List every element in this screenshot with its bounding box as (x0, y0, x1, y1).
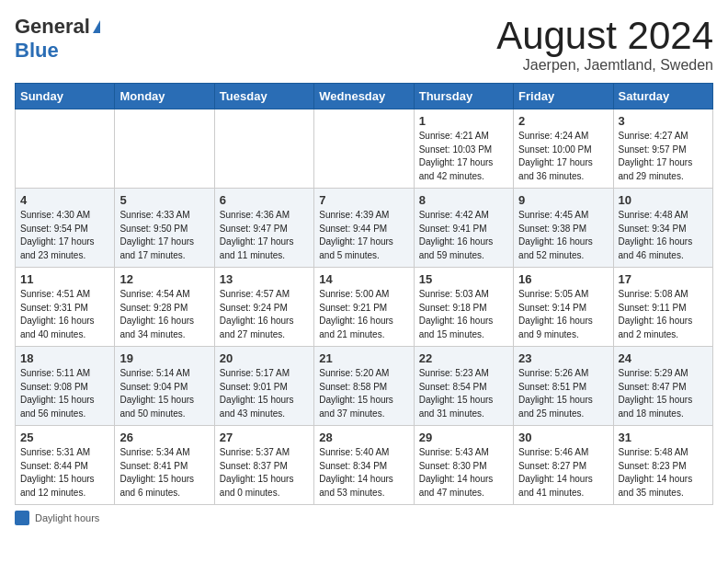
calendar-header-wednesday: Wednesday (314, 84, 414, 109)
day-info: Sunrise: 5:17 AM Sunset: 9:01 PM Dayligh… (220, 367, 309, 420)
calendar-cell (214, 109, 313, 189)
day-info: Sunrise: 5:37 AM Sunset: 8:37 PM Dayligh… (220, 446, 309, 500)
calendar-cell: 27Sunrise: 5:37 AM Sunset: 8:37 PM Dayli… (214, 426, 313, 505)
calendar-cell: 4Sunrise: 4:30 AM Sunset: 9:54 PM Daylig… (16, 189, 115, 268)
calendar-cell: 19Sunrise: 5:14 AM Sunset: 9:04 PM Dayli… (115, 347, 214, 426)
calendar-header-saturday: Saturday (613, 84, 712, 109)
day-number: 16 (518, 272, 608, 286)
day-info: Sunrise: 4:24 AM Sunset: 10:00 PM Daylig… (518, 130, 608, 183)
calendar-cell: 20Sunrise: 5:17 AM Sunset: 9:01 PM Dayli… (214, 347, 313, 426)
day-info: Sunrise: 5:46 AM Sunset: 8:27 PM Dayligh… (518, 446, 608, 500)
day-number: 6 (220, 193, 309, 207)
day-info: Sunrise: 5:00 AM Sunset: 9:21 PM Dayligh… (319, 288, 408, 341)
day-info: Sunrise: 4:51 AM Sunset: 9:31 PM Dayligh… (20, 288, 109, 341)
calendar-header-sunday: Sunday (16, 84, 115, 109)
calendar-cell: 29Sunrise: 5:43 AM Sunset: 8:30 PM Dayli… (414, 426, 513, 505)
day-number: 3 (619, 114, 708, 128)
calendar-cell: 26Sunrise: 5:34 AM Sunset: 8:41 PM Dayli… (115, 426, 214, 505)
day-info: Sunrise: 5:31 AM Sunset: 8:44 PM Dayligh… (20, 446, 109, 500)
calendar-cell: 28Sunrise: 5:40 AM Sunset: 8:34 PM Dayli… (314, 426, 414, 505)
logo-triangle-icon (93, 20, 100, 33)
calendar-cell: 13Sunrise: 4:57 AM Sunset: 9:24 PM Dayli… (214, 268, 313, 347)
day-number: 20 (220, 351, 309, 365)
day-number: 10 (619, 193, 708, 207)
day-number: 9 (518, 193, 608, 207)
day-number: 27 (220, 431, 309, 444)
day-info: Sunrise: 5:20 AM Sunset: 8:58 PM Dayligh… (319, 367, 408, 420)
month-title: August 2024 (496, 15, 713, 57)
calendar-cell: 17Sunrise: 5:08 AM Sunset: 9:11 PM Dayli… (613, 268, 712, 347)
day-info: Sunrise: 5:08 AM Sunset: 9:11 PM Dayligh… (619, 288, 708, 341)
calendar-cell: 18Sunrise: 5:11 AM Sunset: 9:08 PM Dayli… (16, 347, 115, 426)
day-info: Sunrise: 5:40 AM Sunset: 8:34 PM Dayligh… (319, 446, 408, 500)
calendar-cell: 31Sunrise: 5:48 AM Sunset: 8:23 PM Dayli… (613, 426, 712, 505)
day-info: Sunrise: 5:26 AM Sunset: 8:51 PM Dayligh… (518, 367, 608, 420)
day-number: 25 (20, 431, 109, 444)
day-number: 19 (119, 351, 209, 365)
day-number: 28 (319, 431, 408, 444)
logo: General Blue (15, 15, 100, 63)
footer: Daylight hours (15, 511, 713, 525)
calendar-cell: 7Sunrise: 4:39 AM Sunset: 9:44 PM Daylig… (314, 189, 414, 268)
day-number: 13 (220, 272, 309, 286)
calendar-cell (314, 109, 414, 189)
location-title: Jaerpen, Jaemtland, Sweden (496, 57, 713, 74)
calendar-cell: 30Sunrise: 5:46 AM Sunset: 8:27 PM Dayli… (514, 426, 613, 505)
calendar-cell (16, 109, 115, 189)
day-info: Sunrise: 4:45 AM Sunset: 9:38 PM Dayligh… (518, 209, 608, 262)
day-info: Sunrise: 4:27 AM Sunset: 9:57 PM Dayligh… (619, 130, 708, 183)
day-info: Sunrise: 4:33 AM Sunset: 9:50 PM Dayligh… (119, 209, 209, 262)
day-info: Sunrise: 5:34 AM Sunset: 8:41 PM Dayligh… (119, 446, 209, 500)
day-number: 24 (619, 351, 708, 365)
day-info: Sunrise: 4:57 AM Sunset: 9:24 PM Dayligh… (220, 288, 309, 341)
day-info: Sunrise: 4:54 AM Sunset: 9:28 PM Dayligh… (119, 288, 209, 341)
calendar-cell: 24Sunrise: 5:29 AM Sunset: 8:47 PM Dayli… (613, 347, 712, 426)
calendar-cell: 16Sunrise: 5:05 AM Sunset: 9:14 PM Dayli… (514, 268, 613, 347)
day-info: Sunrise: 5:03 AM Sunset: 9:18 PM Dayligh… (419, 288, 508, 341)
day-number: 12 (119, 272, 209, 286)
day-info: Sunrise: 5:23 AM Sunset: 8:54 PM Dayligh… (419, 367, 508, 420)
calendar-cell: 10Sunrise: 4:48 AM Sunset: 9:34 PM Dayli… (613, 189, 712, 268)
calendar-cell: 5Sunrise: 4:33 AM Sunset: 9:50 PM Daylig… (115, 189, 214, 268)
day-info: Sunrise: 5:05 AM Sunset: 9:14 PM Dayligh… (518, 288, 608, 341)
title-area: August 2024 Jaerpen, Jaemtland, Sweden (496, 15, 713, 74)
calendar-cell: 9Sunrise: 4:45 AM Sunset: 9:38 PM Daylig… (514, 189, 613, 268)
calendar-cell: 22Sunrise: 5:23 AM Sunset: 8:54 PM Dayli… (414, 347, 513, 426)
day-number: 18 (20, 351, 109, 365)
day-number: 8 (419, 193, 508, 207)
daylight-swatch (15, 511, 29, 525)
day-number: 4 (20, 193, 109, 207)
day-number: 5 (119, 193, 209, 207)
day-number: 29 (419, 431, 508, 444)
calendar-cell: 2Sunrise: 4:24 AM Sunset: 10:00 PM Dayli… (514, 109, 613, 189)
footer-label: Daylight hours (35, 512, 99, 523)
day-info: Sunrise: 4:30 AM Sunset: 9:54 PM Dayligh… (20, 209, 109, 262)
calendar-cell: 6Sunrise: 4:36 AM Sunset: 9:47 PM Daylig… (214, 189, 313, 268)
day-number: 26 (119, 431, 209, 444)
day-info: Sunrise: 5:48 AM Sunset: 8:23 PM Dayligh… (619, 446, 708, 500)
day-info: Sunrise: 4:21 AM Sunset: 10:03 PM Daylig… (419, 130, 508, 183)
day-info: Sunrise: 4:48 AM Sunset: 9:34 PM Dayligh… (619, 209, 708, 262)
calendar-header-friday: Friday (514, 84, 613, 109)
logo-general-text: General (15, 15, 90, 39)
day-number: 22 (419, 351, 508, 365)
day-info: Sunrise: 5:43 AM Sunset: 8:30 PM Dayligh… (419, 446, 508, 500)
calendar-header-monday: Monday (115, 84, 214, 109)
day-info: Sunrise: 4:42 AM Sunset: 9:41 PM Dayligh… (419, 209, 508, 262)
calendar-cell: 21Sunrise: 5:20 AM Sunset: 8:58 PM Dayli… (314, 347, 414, 426)
day-info: Sunrise: 5:11 AM Sunset: 9:08 PM Dayligh… (20, 367, 109, 420)
calendar-cell: 15Sunrise: 5:03 AM Sunset: 9:18 PM Dayli… (414, 268, 513, 347)
day-number: 1 (419, 114, 508, 128)
calendar-cell: 8Sunrise: 4:42 AM Sunset: 9:41 PM Daylig… (414, 189, 513, 268)
calendar-cell: 11Sunrise: 4:51 AM Sunset: 9:31 PM Dayli… (16, 268, 115, 347)
calendar-header-thursday: Thursday (414, 84, 513, 109)
day-number: 21 (319, 351, 408, 365)
day-number: 7 (319, 193, 408, 207)
day-number: 31 (619, 431, 708, 444)
day-number: 17 (619, 272, 708, 286)
calendar-cell (115, 109, 214, 189)
day-number: 2 (518, 114, 608, 128)
calendar-cell: 1Sunrise: 4:21 AM Sunset: 10:03 PM Dayli… (414, 109, 513, 189)
day-info: Sunrise: 4:39 AM Sunset: 9:44 PM Dayligh… (319, 209, 408, 262)
day-info: Sunrise: 4:36 AM Sunset: 9:47 PM Dayligh… (220, 209, 309, 262)
